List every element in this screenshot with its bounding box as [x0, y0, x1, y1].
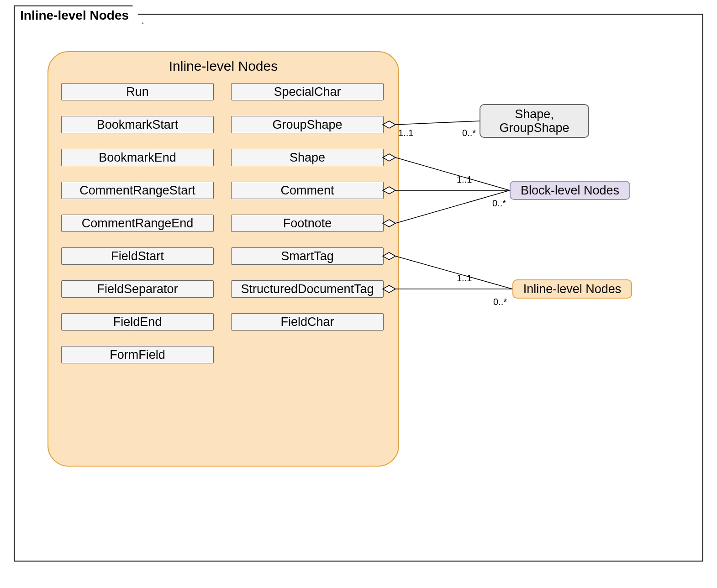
node-comment-range-end: CommentRangeEnd	[61, 215, 214, 232]
node-group-shape: GroupShape	[231, 116, 384, 133]
mult-inline-right: 0..*	[493, 297, 507, 307]
node-special-char: SpecialChar	[231, 83, 384, 100]
mult-groupshape-right: 0..*	[462, 128, 476, 138]
node-comment-range-start: CommentRangeStart	[61, 182, 214, 199]
ext-shape-groupshape: Shape, GroupShape	[480, 104, 589, 138]
container-title: Inline-level Nodes	[48, 58, 398, 74]
node-footnote: Footnote	[231, 215, 384, 232]
node-run: Run	[61, 83, 214, 100]
node-bookmark-start: BookmarkStart	[61, 116, 214, 133]
outer-frame-title: Inline-level Nodes	[14, 5, 143, 24]
ext-block-level: Block-level Nodes	[510, 181, 630, 200]
diagram-canvas: Inline-level Nodes Inline-level Nodes Ru…	[0, 0, 717, 588]
node-smart-tag: SmartTag	[231, 247, 384, 265]
node-field-end: FieldEnd	[61, 313, 214, 331]
ext-inline-level: Inline-level Nodes	[512, 279, 632, 299]
node-field-start: FieldStart	[61, 247, 214, 265]
node-field-char: FieldChar	[231, 313, 384, 331]
node-structured-document-tag: StructuredDocumentTag	[231, 280, 384, 298]
node-comment: Comment	[231, 182, 384, 199]
node-field-separator: FieldSeparator	[61, 280, 214, 298]
node-shape: Shape	[231, 149, 384, 166]
mult-block-right: 0..*	[492, 198, 506, 209]
node-bookmark-end: BookmarkEnd	[61, 149, 214, 166]
mult-block-left: 1..1	[457, 174, 472, 185]
mult-groupshape-left: 1..1	[398, 128, 413, 138]
node-form-field: FormField	[61, 346, 214, 363]
mult-inline-left: 1..1	[457, 273, 472, 284]
